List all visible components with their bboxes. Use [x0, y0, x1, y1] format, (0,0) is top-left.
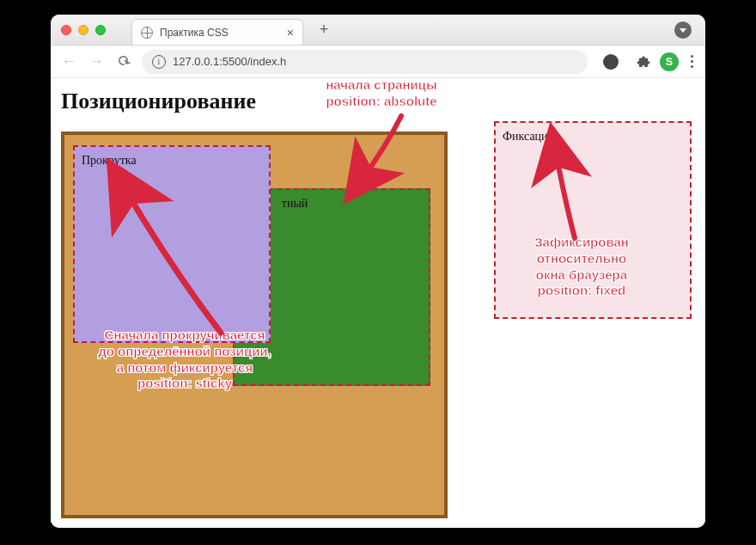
close-tab-button[interactable]: × [287, 27, 294, 39]
globe-icon [141, 27, 153, 39]
browser-menu-button[interactable] [687, 53, 697, 70]
browser-window: Практика CSS × + ← → ⟳ i 127.0.0.1:5500/… [51, 15, 705, 528]
url-text: 127.0.0.1:5500/index.h [173, 55, 286, 68]
site-info-icon[interactable]: i [152, 55, 166, 69]
fixed-box-label: Фиксация [503, 130, 553, 143]
extensions-icon[interactable] [636, 54, 651, 70]
sticky-box-label: Прокрутка [82, 154, 137, 167]
account-switcher-icon[interactable] [674, 21, 692, 39]
sticky-box: Прокрутка [73, 145, 271, 343]
absolute-box-label: тный [282, 197, 308, 210]
tab-title: Практика CSS [160, 27, 280, 39]
fixed-box: Фиксация [494, 121, 692, 319]
page-title: Позиционирование [61, 89, 705, 114]
window-zoom-button[interactable] [95, 25, 106, 35]
profile-avatar[interactable]: S [660, 52, 679, 71]
toolbar-extensions: S [603, 52, 697, 71]
page-viewport: Позиционирование Абсолютный Прокрутка Фи… [51, 78, 705, 528]
window-minimize-button[interactable] [78, 25, 88, 35]
forward-button[interactable]: → [87, 52, 106, 71]
reload-button[interactable]: ⟳ [111, 48, 137, 74]
new-tab-button[interactable]: + [314, 20, 334, 40]
extension-1-icon[interactable] [603, 54, 619, 70]
window-controls [61, 25, 106, 35]
browser-toolbar: ← → ⟳ i 127.0.0.1:5500/index.h S [51, 46, 705, 78]
window-close-button[interactable] [61, 25, 71, 35]
window-titlebar: Практика CSS × + [51, 15, 705, 46]
browser-tab[interactable]: Практика CSS × [131, 19, 303, 45]
address-bar[interactable]: i 127.0.0.1:5500/index.h [142, 50, 588, 74]
back-button[interactable]: ← [59, 52, 78, 71]
